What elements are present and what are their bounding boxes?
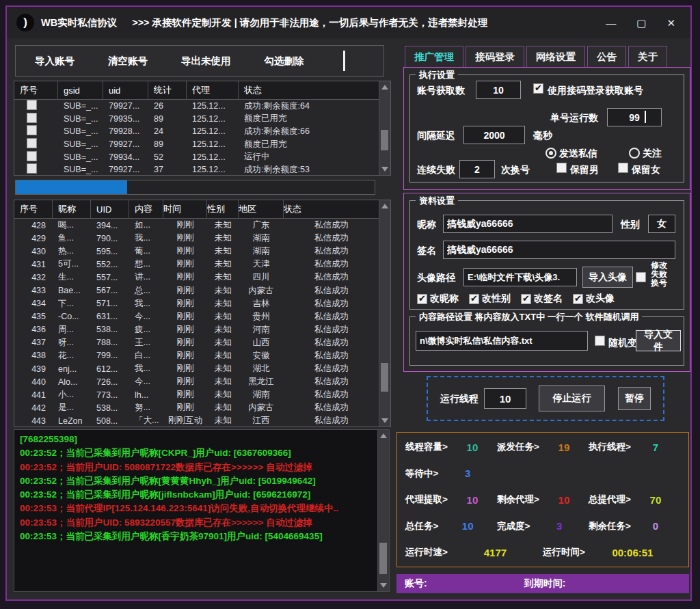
- tab-2[interactable]: 接码登录: [466, 46, 524, 67]
- scrollbar-thumb[interactable]: [381, 130, 388, 150]
- log-scrollbar[interactable]: [377, 430, 389, 591]
- message-row[interactable]: 429鱼...790...我...刚刚未知湖南私信成功: [14, 232, 379, 245]
- message-row[interactable]: 4315可...552...想...刚刚未知天津私信成功: [14, 258, 379, 271]
- scroll-down-icon[interactable]: [380, 583, 387, 588]
- use-code-login-checkbox[interactable]: [533, 83, 543, 94]
- row-checkbox[interactable]: [27, 113, 37, 123]
- accounts-scrollbar[interactable]: [379, 81, 390, 175]
- message-row[interactable]: 437呀...788...王...刚刚未知山西私信成功: [14, 336, 379, 349]
- message-row[interactable]: 430热...595...葡...刚刚未知湖南私信成功: [14, 245, 379, 258]
- content-path-input[interactable]: [416, 331, 588, 351]
- account-label: 账号:: [405, 578, 427, 590]
- send-dm-radio[interactable]: [546, 148, 556, 159]
- message-row[interactable]: 441小...773...lh...刚刚未知湖南私信成功: [14, 388, 379, 401]
- account-row[interactable]: SUB=_...79934...52125.12...运行中: [14, 150, 379, 163]
- column-header[interactable]: 序号: [14, 81, 58, 99]
- column-header[interactable]: 时间: [163, 200, 207, 218]
- avatar-path-input[interactable]: [463, 268, 577, 286]
- fetch-count-input[interactable]: [476, 81, 521, 99]
- checkbox[interactable]: [521, 294, 531, 304]
- tab-3[interactable]: 网络设置: [526, 46, 585, 67]
- scroll-down-icon[interactable]: [381, 418, 388, 423]
- message-row[interactable]: 435-Co...631...今...刚刚未知贵州私信成功: [14, 310, 379, 323]
- keep-female-checkbox[interactable]: [618, 163, 628, 173]
- column-header[interactable]: gsid: [58, 81, 103, 99]
- per-account-input[interactable]: [607, 108, 662, 126]
- account-row[interactable]: SUB=_...79935...89125.12...额度已用完: [14, 113, 379, 126]
- column-header[interactable]: 序号: [14, 200, 53, 218]
- toolbar: 导入账号清空账号导出未使用勾选删除: [15, 45, 384, 77]
- checkbox[interactable]: [469, 294, 479, 304]
- row-checkbox[interactable]: [27, 100, 37, 110]
- import-file-button[interactable]: 导入文件: [636, 330, 681, 351]
- stop-run-button[interactable]: 停止运行: [539, 385, 605, 411]
- keep-male-checkbox[interactable]: [556, 163, 567, 173]
- message-row[interactable]: 438花...799...白...刚刚未知安徽私信成功: [14, 349, 379, 362]
- maximize-button[interactable]: ▢: [636, 18, 646, 28]
- message-row[interactable]: 428喝...394...如...刚刚未知广东私信成功: [14, 219, 379, 232]
- retry-on-fail-checkbox[interactable]: [636, 272, 646, 282]
- profile-settings-group: 资料设置 昵称 性别 签名 头像路径 导入头像 修改 失败 换号 改昵称改性别改…: [409, 200, 684, 310]
- column-header[interactable]: 昵称: [53, 200, 91, 218]
- scrollbar-thumb[interactable]: [381, 363, 388, 392]
- tab-4[interactable]: 公告: [587, 46, 626, 67]
- column-header[interactable]: 状态: [239, 81, 379, 99]
- column-header[interactable]: 状态: [284, 200, 379, 218]
- row-checkbox[interactable]: [27, 125, 37, 135]
- toolbar-button[interactable]: 导出未使用: [181, 55, 231, 68]
- scroll-up-icon[interactable]: [380, 433, 387, 438]
- toolbar-button[interactable]: 勾选删除: [265, 55, 304, 68]
- fail-count-input[interactable]: [459, 160, 495, 178]
- message-row[interactable]: 434下...571...我...刚刚未知吉林私信成功: [14, 297, 379, 310]
- column-header[interactable]: 地区: [239, 200, 284, 218]
- message-row[interactable]: 433Bae...567...总...刚刚未知内蒙古私信成功: [14, 284, 379, 297]
- account-row[interactable]: SUB=_...79927...37125.12...成功:剩余额度:53: [14, 163, 379, 176]
- message-row[interactable]: 442是...538...努...刚刚未知内蒙古私信成功: [14, 401, 379, 414]
- scroll-down-icon[interactable]: [381, 167, 388, 172]
- cell: 讲...: [129, 271, 163, 283]
- column-header[interactable]: 内容: [129, 200, 163, 218]
- cell: 私信成功: [284, 285, 379, 297]
- scroll-up-icon[interactable]: [381, 85, 388, 90]
- toolbar-button[interactable]: 清空账号: [108, 55, 148, 68]
- checkbox[interactable]: [417, 294, 427, 304]
- stat-item: 等待中>3: [405, 468, 497, 480]
- scrollbar-thumb[interactable]: [379, 543, 387, 574]
- import-avatar-button[interactable]: 导入头像: [582, 267, 633, 288]
- account-row[interactable]: SUB=_...79928...24125.12...成功:剩余额度:66: [14, 125, 379, 138]
- column-header[interactable]: 代理: [187, 81, 239, 99]
- column-header[interactable]: 统计: [148, 81, 187, 99]
- scroll-up-icon[interactable]: [381, 204, 388, 208]
- toolbar-button[interactable]: 导入账号: [35, 55, 75, 68]
- account-row[interactable]: SUB=_...79927...26125.12...成功:剩余额度:64: [14, 100, 379, 113]
- minimize-button[interactable]: —: [606, 18, 616, 28]
- gender-input[interactable]: [648, 215, 675, 233]
- account-row[interactable]: SUB=_...79927...89125.12...额度已用完: [14, 138, 379, 151]
- checkbox[interactable]: [573, 294, 583, 304]
- tab-1[interactable]: 推广管理: [405, 46, 463, 67]
- message-row[interactable]: 440Alo...726...今...刚刚未知黑龙江私信成功: [14, 375, 379, 388]
- messages-scrollbar[interactable]: [379, 200, 390, 427]
- tab-5[interactable]: 关于: [628, 46, 667, 67]
- column-header[interactable]: 性别: [207, 200, 239, 218]
- follow-radio[interactable]: [629, 148, 640, 159]
- signature-input[interactable]: [443, 241, 675, 259]
- column-header[interactable]: uid: [103, 81, 148, 99]
- message-row[interactable]: 443LeZon508...「大...刚刚互动未知江西私信成功: [14, 414, 379, 427]
- close-button[interactable]: ✕: [667, 18, 675, 28]
- message-row[interactable]: 436周...538...疲...刚刚未知河南私信成功: [14, 323, 379, 336]
- row-checkbox[interactable]: [27, 138, 37, 148]
- nickname-input[interactable]: [443, 215, 612, 233]
- row-checkbox[interactable]: [27, 163, 37, 174]
- random-variable-checkbox[interactable]: [595, 336, 605, 346]
- thread-count-input[interactable]: [484, 388, 526, 409]
- row-checkbox[interactable]: [27, 151, 37, 161]
- cell: 王...: [129, 337, 163, 349]
- use-code-login-label: 使用接码登录获取账号: [548, 85, 643, 97]
- message-row[interactable]: 432生...557...讲...刚刚未知四川私信成功: [14, 271, 379, 284]
- pause-button[interactable]: 暂停: [618, 387, 651, 410]
- message-row[interactable]: 439enj...612...我...刚刚未知湖北私信成功: [14, 362, 379, 375]
- interval-input[interactable]: [463, 126, 525, 144]
- log-panel[interactable]: [7682255398]00:23:52；当前已采集到用户昵称[CKPR_]用户…: [14, 429, 390, 592]
- column-header[interactable]: UID: [91, 200, 129, 218]
